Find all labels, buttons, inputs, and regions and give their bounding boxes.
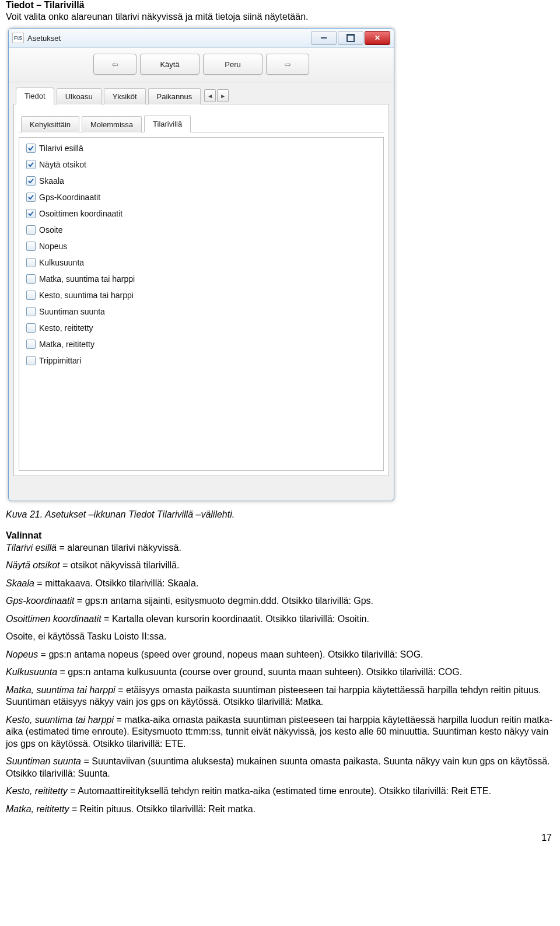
checkbox-label: Matka, reititetty [39, 340, 94, 349]
tabs-area: Tiedot Ulkoasu Yksiköt Paikannus ◄ ► Keh… [9, 82, 394, 483]
tabs-inner: Kehyksittäin Molemmissa Tilarivillä [19, 115, 384, 132]
para-skaala: Skaala = mittakaava. Otsikko tilarivillä… [6, 578, 554, 589]
para-matka-suuntima: Matka, suuntima tai harppi = etäisyys om… [6, 684, 554, 708]
minimize-icon [321, 37, 327, 39]
window-title: Asetukset [27, 34, 311, 43]
valinnat-heading: Valinnat [6, 530, 554, 541]
page-number: 17 [6, 833, 554, 843]
cancel-button[interactable]: Peru [203, 54, 262, 75]
checkbox-row: Osoite [26, 225, 376, 235]
figure-caption: Kuva 21. Asetukset –ikkunan Tiedot Tilar… [6, 509, 554, 520]
forward-button[interactable]: ⇨ [266, 54, 309, 75]
tab-paikannus[interactable]: Paikannus [148, 88, 201, 104]
checkbox[interactable] [26, 258, 36, 267]
check-icon [27, 161, 34, 168]
checkbox[interactable] [26, 291, 36, 300]
check-icon [27, 145, 34, 152]
para-nayta-otsikot: Näytä otsikot = otsikot näkyvissä tilari… [6, 560, 554, 571]
checkbox-label: Skaala [39, 176, 64, 186]
checkbox[interactable] [26, 307, 36, 316]
checkbox[interactable] [26, 340, 36, 349]
checkbox-row: Trippimittari [26, 356, 376, 365]
checkbox-label: Nopeus [39, 242, 67, 251]
checkbox-label: Kesto, reititetty [39, 323, 93, 333]
para-tilarivi-esilla: Tilarivi esillä = alareunan tilarivi näk… [6, 542, 554, 554]
tab-ulkoasu[interactable]: Ulkoasu [57, 88, 102, 104]
checkbox-row: Nopeus [26, 242, 376, 251]
para-osoite: Osoite, ei käytössä Tasku Loisto II:ssa. [6, 631, 554, 642]
tab-yksikot[interactable]: Yksiköt [104, 88, 146, 104]
checkbox[interactable] [26, 323, 36, 333]
checkbox-label: Tilarivi esillä [39, 144, 83, 153]
checkbox[interactable] [26, 193, 36, 202]
titlebar: FtS Asetukset ✕ [9, 29, 394, 48]
check-icon [27, 210, 34, 217]
tab-scroll-left[interactable]: ◄ [204, 89, 216, 102]
checkbox-row: Kulkusuunta [26, 258, 376, 267]
checkbox-label: Gps-Koordinaatit [39, 193, 100, 202]
checkbox-panel: Tilarivi esilläNäytä otsikotSkaalaGps-Ko… [19, 137, 384, 471]
checkbox-label: Matka, suuntima tai harppi [39, 274, 135, 284]
checkbox-label: Suuntiman suunta [39, 307, 105, 316]
tab-kehyksittain[interactable]: Kehyksittäin [21, 116, 79, 132]
checkbox-label: Osoittimen koordinaatit [39, 209, 123, 218]
para-gps-koordinaatit: Gps-koordinaatit = gps:n antama sijainti… [6, 595, 554, 607]
para-nopeus: Nopeus = gps:n antama nopeus (speed over… [6, 649, 554, 661]
tab-panel-top: Kehyksittäin Molemmissa Tilarivillä Tila… [13, 104, 389, 476]
para-kesto-reititetty: Kesto, reititetty = Automaattireititykse… [6, 785, 554, 797]
para-osoittimen-koordinaatit: Osoittimen koordinaatit = Kartalla oleva… [6, 613, 554, 625]
page-subheading: Voit valita onko alareunan tilarivi näky… [6, 12, 554, 22]
checkbox-row: Näytä otsikot [26, 160, 376, 169]
checkbox-label: Kesto, suuntima tai harppi [39, 291, 134, 300]
tab-molemmissa[interactable]: Molemmissa [82, 116, 142, 132]
checkbox[interactable] [26, 274, 36, 284]
checkbox-row: Kesto, reititetty [26, 323, 376, 333]
checkbox-row: Suuntiman suunta [26, 307, 376, 316]
checkbox[interactable] [26, 176, 36, 186]
tab-tilarivilla[interactable]: Tilarivillä [144, 116, 191, 132]
maximize-button[interactable] [338, 31, 363, 45]
apply-button[interactable]: Käytä [140, 54, 200, 75]
checkbox-row: Gps-Koordinaatit [26, 193, 376, 202]
checkbox[interactable] [26, 160, 36, 169]
minimize-button[interactable] [311, 31, 337, 45]
checkbox[interactable] [26, 144, 36, 153]
checkbox-label: Näytä otsikot [39, 160, 86, 169]
checkbox-row: Matka, reititetty [26, 340, 376, 349]
checkbox-row: Osoittimen koordinaatit [26, 209, 376, 218]
para-kulkusuunta: Kulkusuunta = gps:n antama kulkusuunta (… [6, 666, 554, 678]
back-button[interactable]: ⇦ [93, 54, 136, 75]
close-icon: ✕ [374, 34, 380, 42]
check-icon [27, 177, 34, 184]
para-suuntiman-suunta: Suuntiman suunta = Suuntaviivan (suuntim… [6, 756, 554, 780]
page-heading: Tiedot – Tilarivillä [6, 0, 554, 11]
para-matka-reititetty: Matka, reititetty = Reitin pituus. Otsik… [6, 803, 554, 815]
tab-scroll-right[interactable]: ► [217, 89, 229, 102]
para-kesto-suuntima: Kesto, suuntima tai harppi = matka-aika … [6, 714, 554, 750]
checkbox-label: Kulkusuunta [39, 258, 84, 267]
checkbox-label: Osoite [39, 225, 62, 235]
checkbox[interactable] [26, 225, 36, 235]
check-icon [27, 194, 34, 201]
checkbox[interactable] [26, 356, 36, 365]
checkbox-label: Trippimittari [39, 356, 82, 365]
tab-tiedot[interactable]: Tiedot [16, 88, 54, 104]
checkbox-row: Tilarivi esillä [26, 144, 376, 153]
checkbox-row: Matka, suuntima tai harppi [26, 274, 376, 284]
app-icon: FtS [12, 33, 24, 43]
maximize-icon [346, 34, 355, 42]
checkbox[interactable] [26, 242, 36, 251]
toolbar: ⇦ Käytä Peru ⇨ [9, 48, 394, 82]
checkbox-row: Kesto, suuntima tai harppi [26, 291, 376, 300]
settings-window: FtS Asetukset ✕ ⇦ Käytä Peru ⇨ Tiedot Ul… [8, 28, 394, 501]
checkbox[interactable] [26, 209, 36, 218]
tabs-top: Tiedot Ulkoasu Yksiköt Paikannus ◄ ► [13, 87, 389, 104]
close-button[interactable]: ✕ [365, 31, 390, 45]
checkbox-row: Skaala [26, 176, 376, 186]
